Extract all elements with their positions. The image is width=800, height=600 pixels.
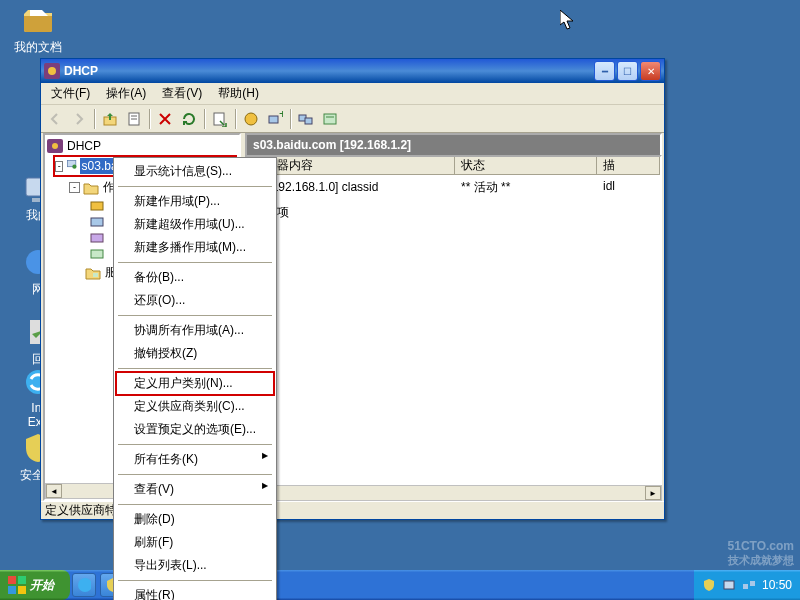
nav-back-button	[43, 107, 67, 131]
clock[interactable]: 10:50	[762, 578, 792, 592]
col-desc[interactable]: 描	[597, 157, 660, 174]
svg-point-19	[52, 143, 58, 149]
context-menu-item[interactable]: 新建超级作用域(U)...	[116, 213, 274, 236]
toolbar: +	[41, 105, 664, 133]
context-menu-item[interactable]: 刷新(F)	[116, 531, 274, 554]
menu-file[interactable]: 文件(F)	[43, 83, 98, 104]
tray-icon[interactable]	[702, 578, 716, 592]
context-menu-item[interactable]: 属性(R)	[116, 584, 274, 600]
path-header: s03.baidu.com [192.168.1.2]	[245, 133, 662, 155]
svg-rect-12	[269, 116, 278, 123]
desktop-icon-documents[interactable]: 我的文档	[8, 4, 68, 57]
context-menu-item[interactable]: 导出列表(L)...	[116, 554, 274, 577]
tray-network-icon[interactable]	[742, 578, 756, 592]
up-button[interactable]	[98, 107, 122, 131]
collapse-icon[interactable]: -	[55, 161, 63, 172]
refresh-button[interactable]	[177, 107, 201, 131]
context-menu-item[interactable]: 新建多播作用域(M)...	[116, 236, 274, 259]
menu-separator	[118, 580, 272, 581]
list-area: 服务器内容 状态 描 域 [192.168.1.0] classid ** 活动…	[245, 155, 662, 485]
minimize-button[interactable]: ━	[594, 61, 615, 81]
menu-separator	[118, 474, 272, 475]
svg-rect-34	[724, 581, 734, 589]
window-title: DHCP	[64, 64, 592, 78]
list-row[interactable]: 域 [192.168.1.0] classid ** 活动 ** idl	[247, 175, 660, 200]
svg-point-31	[78, 578, 91, 592]
context-menu-item[interactable]: 设置预定义的选项(E)...	[116, 418, 274, 441]
col-content[interactable]: 服务器内容	[247, 157, 455, 174]
svg-rect-28	[18, 576, 26, 584]
context-menu-item[interactable]: 查看(V)	[116, 478, 274, 501]
menu-separator	[118, 368, 272, 369]
menu-separator	[118, 444, 272, 445]
context-menu-item[interactable]: 协调所有作用域(A)...	[116, 319, 274, 342]
maximize-button[interactable]: ☐	[617, 61, 638, 81]
menu-separator	[118, 315, 272, 316]
dhcp-icon	[44, 63, 60, 79]
menu-action[interactable]: 操作(A)	[98, 83, 154, 104]
context-menu-item[interactable]: 删除(D)	[116, 508, 274, 531]
svg-point-21	[73, 165, 77, 169]
tree-root[interactable]: DHCP	[47, 137, 237, 155]
context-menu-item[interactable]: 定义用户类别(N)...	[116, 372, 274, 395]
export-button[interactable]	[208, 107, 232, 131]
options-button[interactable]	[318, 107, 342, 131]
context-menu-item[interactable]: 新建作用域(P)...	[116, 190, 274, 213]
folder-icon	[83, 181, 99, 195]
svg-point-5	[48, 67, 56, 75]
svg-point-11	[245, 113, 257, 125]
menu-separator	[118, 504, 272, 505]
scroll-left-icon[interactable]: ◄	[46, 484, 62, 498]
svg-rect-15	[305, 118, 312, 124]
svg-rect-26	[93, 273, 98, 277]
svg-rect-23	[91, 218, 103, 226]
menu-help[interactable]: 帮助(H)	[210, 83, 267, 104]
desktop-icon-label: 我的文档	[8, 38, 68, 57]
context-menu-item[interactable]: 备份(B)...	[116, 266, 274, 289]
svg-rect-36	[750, 581, 755, 586]
svg-rect-35	[743, 584, 748, 589]
collapse-icon[interactable]: -	[69, 182, 80, 193]
svg-rect-27	[8, 576, 16, 584]
menu-separator	[118, 186, 272, 187]
context-menu-item[interactable]: 还原(O)...	[116, 289, 274, 312]
dhcp-root-icon	[47, 139, 63, 153]
status-text: 定义供应商特	[45, 502, 117, 519]
menubar: 文件(F) 操作(A) 查看(V) 帮助(H)	[41, 83, 664, 105]
svg-rect-24	[91, 234, 103, 242]
context-menu-item[interactable]: 显示统计信息(S)...	[116, 160, 274, 183]
server-add-button[interactable]: +	[263, 107, 287, 131]
system-tray: 10:50	[694, 570, 800, 600]
list-scrollbar[interactable]: ◄ ►	[245, 485, 662, 501]
svg-rect-16	[324, 114, 336, 124]
context-menu: 显示统计信息(S)...新建作用域(P)...新建超级作用域(U)...新建多播…	[113, 157, 277, 600]
svg-rect-22	[91, 202, 103, 210]
context-menu-item[interactable]: 撤销授权(Z)	[116, 342, 274, 365]
svg-rect-30	[18, 586, 26, 594]
svg-rect-25	[91, 250, 103, 258]
close-button[interactable]: ✕	[640, 61, 661, 81]
start-button[interactable]: 开始	[0, 570, 70, 600]
properties-button[interactable]	[122, 107, 146, 131]
titlebar[interactable]: DHCP ━ ☐ ✕	[41, 59, 664, 83]
context-menu-item[interactable]: 所有任务(K)	[116, 448, 274, 471]
scroll-right-icon[interactable]: ►	[645, 486, 661, 500]
svg-text:+: +	[279, 111, 283, 121]
menu-separator	[118, 262, 272, 263]
scope-button[interactable]	[239, 107, 263, 131]
server-icon	[66, 159, 77, 173]
list-row[interactable]: 器选项	[247, 200, 660, 225]
tray-icon[interactable]	[722, 578, 736, 592]
menu-view[interactable]: 查看(V)	[154, 83, 210, 104]
taskbar-ie-button[interactable]	[72, 573, 96, 597]
svg-rect-29	[8, 586, 16, 594]
servers-button[interactable]	[294, 107, 318, 131]
folder-docs-icon	[22, 4, 54, 36]
nav-forward-button	[67, 107, 91, 131]
folder-icon	[85, 266, 101, 280]
context-menu-item[interactable]: 定义供应商类别(C)...	[116, 395, 274, 418]
col-status[interactable]: 状态	[455, 157, 597, 174]
delete-button[interactable]	[153, 107, 177, 131]
